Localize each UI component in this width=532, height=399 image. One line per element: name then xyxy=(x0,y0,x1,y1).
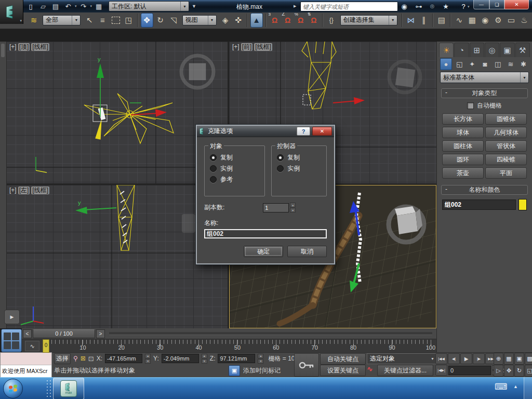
select-by-name-icon[interactable]: ≡ xyxy=(97,14,108,27)
pan-icon[interactable]: ✥ xyxy=(504,365,514,377)
select-and-scale-icon[interactable]: ◹ xyxy=(168,14,179,27)
plane-button[interactable]: 平面 xyxy=(485,167,527,179)
ok-button[interactable]: 确定 xyxy=(244,246,283,257)
rollout-name-color[interactable]: - 名称和颜色 xyxy=(441,185,528,195)
plant-wireframe[interactable] xyxy=(84,94,174,143)
render-production-icon[interactable]: ♨ xyxy=(518,14,530,27)
tab-create-icon[interactable]: ☀ xyxy=(439,43,454,57)
search-input[interactable] xyxy=(300,2,398,11)
viewport-top-canvas[interactable]: y xyxy=(6,42,228,183)
object-name-field[interactable] xyxy=(442,200,516,210)
chevron-down-icon[interactable]: ▼ xyxy=(208,16,216,25)
selection-filter-combo[interactable]: 全部▼ xyxy=(43,15,81,25)
mirror-icon[interactable]: ⋈ xyxy=(405,14,417,27)
zoom-extents-all-icon[interactable]: ▩ xyxy=(525,353,532,365)
bind-to-space-warp-icon[interactable]: ≋ xyxy=(28,14,39,27)
schematic-view-icon[interactable]: ▦ xyxy=(467,14,478,27)
start-button[interactable] xyxy=(3,379,23,398)
teapot-button[interactable]: 茶壶 xyxy=(442,167,484,179)
workspace-flyout-icon[interactable]: ▼ xyxy=(192,4,196,9)
shapes-icon[interactable]: ◱ xyxy=(454,59,465,70)
z-coordinate-field[interactable]: 97.121mm xyxy=(218,354,255,363)
notification-icon[interactable]: ▣ xyxy=(229,365,240,376)
systems-icon[interactable]: ✱ xyxy=(518,59,529,70)
go-to-start-icon[interactable]: |◀◀ xyxy=(435,353,447,364)
isolate-selection-icon[interactable]: ⚲ xyxy=(73,355,78,362)
save-icon[interactable]: ▤ xyxy=(50,1,61,11)
geosphere-button[interactable]: 几何球体 xyxy=(485,127,527,138)
track-bar[interactable]: ∿ 0 010 2030 4050 6070 8090 100 xyxy=(22,339,436,353)
sphere-button[interactable]: 球体 xyxy=(442,127,484,138)
field-of-view-icon[interactable]: ▷ xyxy=(494,365,503,377)
application-menu-button[interactable]: ▾ xyxy=(0,0,23,24)
viewport-top[interactable]: [+] [顶] [线框] xyxy=(6,42,228,183)
viewport-left[interactable]: [+] [左] [线框] y xyxy=(6,185,228,328)
add-time-tag[interactable]: 添加时间标记 xyxy=(243,366,281,375)
show-desktop-button[interactable] xyxy=(524,377,532,399)
undo-icon[interactable]: ↶ xyxy=(62,1,74,11)
x-coordinate-field[interactable]: -47.165mm xyxy=(105,354,142,363)
viewport-left-label[interactable]: [+] [左] [线框] xyxy=(9,187,49,194)
viewport-layout-button[interactable] xyxy=(1,329,22,352)
y-coordinate-field[interactable]: -2.049mm xyxy=(162,354,199,363)
radio-controller-copy[interactable]: 复制 xyxy=(277,152,321,163)
z-spinner[interactable]: ▲▼ xyxy=(258,354,263,364)
key-filters-button[interactable]: 关键点过滤器... xyxy=(377,365,433,376)
reference-coordinate-combo[interactable]: 视图▼ xyxy=(182,15,217,25)
favorites-star-icon[interactable]: ★ xyxy=(441,3,451,10)
time-slider-track[interactable] xyxy=(109,332,432,335)
lock-icon[interactable]: ⊠ xyxy=(81,355,86,362)
cancel-button[interactable]: 取消 xyxy=(287,246,327,257)
play-icon[interactable]: ▶ xyxy=(460,353,472,364)
tab-modify-icon[interactable]: ◔ xyxy=(454,43,469,57)
tab-hierarchy-icon[interactable]: ⊞ xyxy=(470,43,484,57)
maximize-viewport-icon[interactable]: ◱ xyxy=(525,365,532,377)
autogrid-row[interactable]: 自动栅格 xyxy=(437,100,532,111)
tab-display-icon[interactable]: ▣ xyxy=(500,43,514,57)
orbit-icon[interactable]: ↻ xyxy=(514,365,524,377)
cone-button[interactable]: 圆锥体 xyxy=(485,113,527,125)
autogrid-checkbox[interactable] xyxy=(467,102,474,109)
use-pivot-center-icon[interactable]: ◈ xyxy=(220,14,231,27)
license-key-icon[interactable]: ⊶ xyxy=(414,3,424,10)
set-keys-button[interactable] xyxy=(294,353,319,377)
select-object-icon[interactable]: ↖ xyxy=(84,14,95,27)
radio-controller-instance[interactable]: 实例 xyxy=(277,163,321,174)
curve-editor-icon[interactable]: ∿ xyxy=(454,14,465,27)
chevron-down-icon[interactable]: ▼ xyxy=(520,72,528,83)
redo-icon[interactable]: ↷ xyxy=(78,1,89,11)
selection-lock-button[interactable]: 选择 xyxy=(54,353,71,364)
open-file-icon[interactable]: ▱ xyxy=(37,1,49,11)
viewcube[interactable] xyxy=(395,68,415,87)
select-and-move-icon[interactable]: ✥ xyxy=(141,13,153,28)
dock-grip[interactable] xyxy=(1,44,5,57)
viewport-left-canvas[interactable]: y xyxy=(6,185,228,328)
close-button[interactable]: ✕ xyxy=(504,0,529,9)
frame-indicator[interactable]: 0 xyxy=(43,339,49,353)
dialog-help-button[interactable]: ? xyxy=(297,127,310,136)
clone-name-field[interactable] xyxy=(204,229,327,238)
snap-toggle-3d-icon[interactable]: 3Ω xyxy=(269,14,281,27)
object-color-swatch[interactable] xyxy=(518,199,527,210)
zoom-extents-icon[interactable]: ▣ xyxy=(514,353,524,365)
angle-snap-icon[interactable]: ∠Ω xyxy=(282,14,294,27)
tube-button[interactable]: 管状体 xyxy=(485,140,527,152)
listener-text[interactable]: 欢迎使用 MAXScr xyxy=(1,365,51,377)
search-flyout-icon[interactable]: ▶ xyxy=(294,4,296,8)
gizmo-y-axis[interactable] xyxy=(83,208,116,210)
spinner-snap-icon[interactable]: ⇅Ω xyxy=(308,14,320,27)
set-key-button[interactable]: 设置关键点 xyxy=(320,365,366,376)
zoom-icon[interactable]: ⊕ xyxy=(494,353,503,365)
geometry-icon[interactable]: ● xyxy=(440,58,452,70)
copies-spinner[interactable]: ▲▼ xyxy=(290,203,296,212)
rollout-object-type[interactable]: - 对象类型 xyxy=(441,88,528,98)
tray-expand-icon[interactable]: ▲ xyxy=(513,384,518,389)
cylinder-button[interactable]: 圆柱体 xyxy=(442,140,484,152)
primitive-category-combo[interactable]: 标准基本体▼ xyxy=(440,72,529,83)
x-spinner[interactable]: ▲▼ xyxy=(145,354,151,364)
undo-dropdown-icon[interactable]: ▾ xyxy=(75,4,77,8)
minimize-button[interactable]: — xyxy=(473,0,489,9)
auto-key-button[interactable]: 自动关键点 xyxy=(320,353,366,365)
workspace-combo[interactable]: 工作区: 默认▼ xyxy=(109,1,189,11)
keyboard-shortcut-override-icon[interactable]: ▲ xyxy=(250,13,263,28)
